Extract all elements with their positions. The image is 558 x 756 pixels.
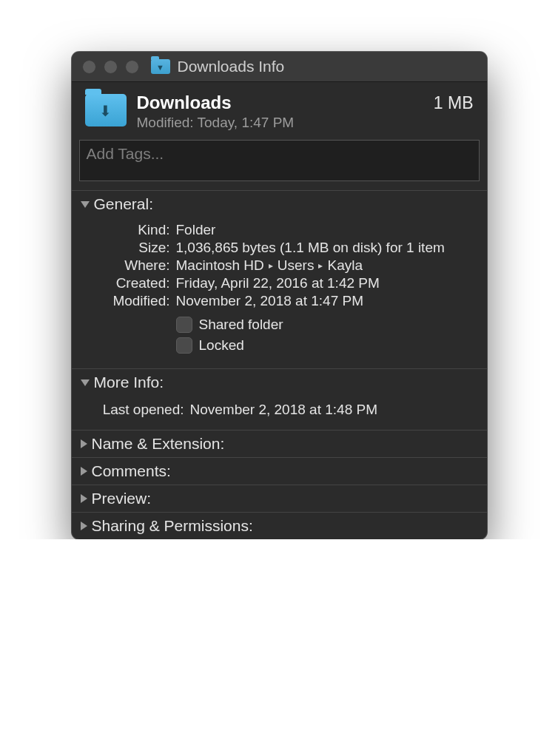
size-label: Size: bbox=[85, 240, 176, 256]
item-modified-summary: Modified: Today, 1:47 PM bbox=[137, 115, 434, 131]
section-more-info: More Info: Last opened: November 2, 2018… bbox=[72, 368, 487, 430]
chevron-down-icon bbox=[81, 201, 90, 208]
disclosure-comments[interactable]: Comments: bbox=[72, 458, 487, 485]
size-value: 1,036,865 bytes (1.1 MB on disk) for 1 i… bbox=[176, 240, 474, 256]
modified-label: Modified: bbox=[85, 293, 176, 309]
chevron-right-icon bbox=[81, 494, 87, 503]
disclosure-general[interactable]: General: bbox=[72, 191, 487, 217]
where-part: Macintosh HD bbox=[176, 257, 264, 274]
window-title: Downloads Info bbox=[178, 58, 285, 75]
zoom-button[interactable] bbox=[125, 60, 139, 74]
last-opened-label: Last opened: bbox=[81, 402, 190, 418]
where-part: Users bbox=[278, 257, 315, 274]
where-label: Where: bbox=[85, 257, 176, 274]
locked-label: Locked bbox=[199, 337, 244, 354]
minimize-button[interactable] bbox=[104, 60, 118, 74]
kind-label: Kind: bbox=[85, 222, 176, 238]
chevron-right-icon: ▸ bbox=[269, 260, 273, 271]
traffic-lights bbox=[82, 60, 139, 74]
section-title: Comments: bbox=[92, 462, 171, 480]
chevron-right-icon bbox=[81, 439, 87, 448]
modified-value: November 2, 2018 at 1:47 PM bbox=[176, 293, 474, 309]
tags-input[interactable]: Add Tags... bbox=[79, 140, 480, 181]
item-name: Downloads bbox=[137, 92, 434, 113]
chevron-right-icon bbox=[81, 522, 87, 530]
locked-checkbox[interactable] bbox=[176, 337, 192, 354]
get-info-window: ▼ Downloads Info ⬇ Downloads Modified: T… bbox=[72, 52, 487, 539]
shared-folder-checkbox[interactable] bbox=[176, 317, 192, 333]
created-label: Created: bbox=[85, 275, 176, 291]
close-button[interactable] bbox=[82, 60, 96, 74]
disclosure-more-info[interactable]: More Info: bbox=[72, 369, 487, 396]
section-general: General: Kind: Folder Size: 1,036,865 by… bbox=[72, 190, 487, 368]
section-name-extension: Name & Extension: bbox=[72, 430, 487, 457]
section-sharing-permissions: Sharing & Permissions: bbox=[72, 512, 487, 539]
last-opened-value: November 2, 2018 at 1:48 PM bbox=[190, 402, 474, 418]
created-value: Friday, April 22, 2016 at 1:42 PM bbox=[176, 275, 474, 291]
kind-value: Folder bbox=[176, 222, 474, 238]
shared-folder-label: Shared folder bbox=[199, 317, 283, 333]
disclosure-preview[interactable]: Preview: bbox=[72, 485, 487, 512]
where-value: Macintosh HD ▸ Users ▸ Kayla bbox=[176, 257, 474, 274]
chevron-right-icon: ▸ bbox=[318, 260, 323, 271]
disclosure-name-extension[interactable]: Name & Extension: bbox=[72, 431, 487, 457]
chevron-down-icon bbox=[81, 379, 90, 386]
chevron-right-icon bbox=[81, 467, 87, 476]
disclosure-sharing-permissions[interactable]: Sharing & Permissions: bbox=[72, 513, 487, 539]
item-size-summary: 1 MB bbox=[434, 93, 474, 113]
downloads-folder-icon: ▼ bbox=[151, 59, 170, 74]
info-header: ⬇ Downloads Modified: Today, 1:47 PM 1 M… bbox=[72, 82, 487, 140]
section-title: Sharing & Permissions: bbox=[92, 517, 253, 535]
titlebar[interactable]: ▼ Downloads Info bbox=[72, 52, 487, 82]
section-title: Preview: bbox=[92, 490, 152, 507]
where-part: Kayla bbox=[327, 257, 363, 274]
section-title: More Info: bbox=[94, 374, 164, 391]
section-comments: Comments: bbox=[72, 457, 487, 485]
section-title: Name & Extension: bbox=[92, 435, 225, 453]
section-title: General: bbox=[94, 195, 154, 213]
section-preview: Preview: bbox=[72, 485, 487, 512]
downloads-folder-icon: ⬇ bbox=[85, 94, 127, 126]
